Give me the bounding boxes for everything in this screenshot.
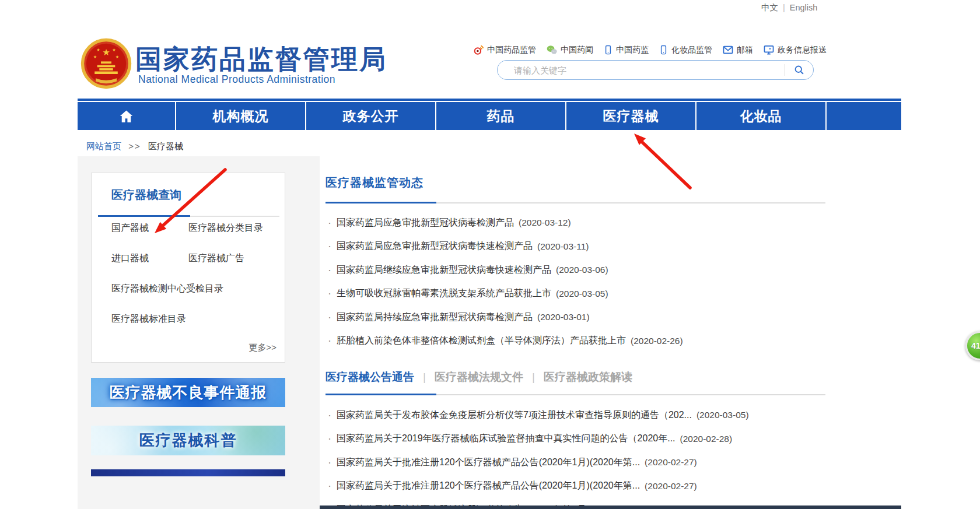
- quicklink-mailbox[interactable]: 邮箱: [722, 44, 753, 55]
- search-input[interactable]: [498, 65, 785, 75]
- notice-tabs: 医疗器械公告通告 | 医疗器械法规文件 | 医疗器械政策解读: [326, 370, 632, 385]
- bullet-icon: ·: [328, 335, 331, 347]
- tab-policy-interpretation[interactable]: 医疗器械政策解读: [544, 370, 632, 385]
- query-more-link[interactable]: 更多>>: [249, 342, 276, 353]
- home-icon: [118, 108, 134, 124]
- nav-item-gov-open[interactable]: 政务公开: [306, 102, 435, 130]
- link-device-standards-catalog[interactable]: 医疗器械标准目录: [111, 313, 186, 325]
- nav-filler: [827, 102, 901, 130]
- regulatory-news-list: · 国家药监局应急审批新型冠状病毒检测产品 (2020-03-12) · 国家药…: [326, 211, 839, 353]
- breadcrumb-home-link[interactable]: 网站首页: [86, 141, 121, 151]
- wechat-icon: [546, 44, 558, 55]
- news-link[interactable]: 国家药监局关于批准注册120个医疗器械产品公告(2020年1月)(2020年第.…: [337, 480, 640, 492]
- breadcrumb-current: 医疗器械: [148, 141, 183, 151]
- news-link[interactable]: 国家药监局继续应急审批新型冠状病毒快速检测产品: [337, 264, 551, 276]
- nav-top-stripe: [78, 99, 901, 101]
- svg-text:★: ★: [96, 47, 100, 52]
- news-link[interactable]: 国家药监局关于2019年医疗器械临床试验监督抽查中真实性问题的公告（2020年.…: [337, 433, 676, 445]
- svg-text:★: ★: [112, 47, 116, 52]
- news-date: (2020-03-11): [537, 241, 589, 252]
- lang-chinese-link[interactable]: 中文: [761, 3, 778, 12]
- quicklink-gov-info[interactable]: 政务信息报送: [763, 44, 827, 55]
- section-title-regulatory-news: 医疗器械监管动态: [326, 175, 424, 191]
- quicklink-weibo[interactable]: 中国药品监管: [473, 44, 536, 55]
- banner-device-science[interactable]: 医疗器械科普: [91, 426, 285, 455]
- news-link[interactable]: 国家药监局关于批准注册120个医疗器械产品公告(2020年1月)(2020年第.…: [337, 457, 640, 469]
- tab-regulations[interactable]: 医疗器械法规文件: [435, 370, 523, 385]
- national-emblem-logo: ★ ★ ★ ★ ★: [80, 37, 132, 90]
- site-subtitle: National Medical Products Administration: [138, 73, 335, 86]
- news-row: · 国家药监局关于2019年医疗器械临床试验监督抽查中真实性问题的公告（2020…: [326, 427, 839, 451]
- news-date: (2020-03-01): [537, 312, 590, 322]
- search-button[interactable]: [785, 61, 813, 79]
- news-link[interactable]: 国家药监局应急审批新型冠状病毒快速检测产品: [337, 240, 533, 252]
- svg-text:★: ★: [116, 54, 119, 59]
- search-icon: [793, 64, 805, 76]
- bullet-icon: ·: [328, 409, 331, 422]
- query-box-title: 医疗器械查询: [111, 187, 181, 203]
- breadcrumb: 网站首页 >> 医疗器械: [86, 141, 183, 152]
- news-row: · 生物可吸收冠脉雷帕霉素洗脱支架系统产品获批上市 (2020-03-05): [326, 282, 839, 306]
- banner-label: 医疗器械不良事件通报: [110, 382, 267, 403]
- news-row: · 胚胎植入前染色体非整倍体检测试剂盒（半导体测序法）产品获批上市 (2020-…: [326, 329, 839, 353]
- link-testing-center-catalog[interactable]: 医疗器械检测中心受检目录: [111, 283, 223, 295]
- notice-list: · 国家药监局关于发布胶体金免疫层析分析仪等7项注册技术审查指导原则的通告（20…: [326, 403, 839, 509]
- quicklink-nmpa-app[interactable]: 中国药监: [603, 44, 649, 55]
- link-device-ads[interactable]: 医疗器械广告: [188, 252, 244, 265]
- link-device-classification[interactable]: 医疗器械分类目录: [188, 222, 263, 234]
- query-row: 进口器械 医疗器械广告: [111, 252, 275, 265]
- bullet-icon: ·: [328, 264, 331, 276]
- news-date: (2020-03-05): [696, 410, 749, 420]
- floating-counter-badge[interactable]: 41: [965, 331, 980, 360]
- mail-icon: [722, 44, 734, 55]
- query-row: 医疗器械检测中心受检目录: [111, 283, 275, 295]
- query-row: 医疗器械标准目录: [111, 313, 275, 325]
- nav-home[interactable]: [78, 102, 175, 130]
- nav-item-drugs[interactable]: 药品: [436, 102, 565, 130]
- svg-text:★: ★: [102, 47, 110, 57]
- nav-item-agency[interactable]: 机构概况: [176, 102, 305, 130]
- bullet-icon: ·: [328, 433, 331, 445]
- breadcrumb-separator: >>: [128, 141, 141, 151]
- main-panel: 医疗器械监管动态 · 国家药监局应急审批新型冠状病毒检测产品 (2020-03-…: [320, 156, 901, 509]
- language-switch: 中文|English: [761, 2, 817, 13]
- link-imported-devices[interactable]: 进口器械: [111, 252, 188, 265]
- tab-divider: |: [423, 371, 426, 384]
- banner-label: 医疗器械科普: [139, 430, 237, 451]
- lang-divider: |: [783, 3, 785, 12]
- news-date: (2020-03-05): [556, 289, 608, 299]
- section-underline: [326, 394, 825, 395]
- monitor-icon: [763, 44, 775, 55]
- bullet-icon: ·: [328, 217, 331, 229]
- quicklink-wechat[interactable]: 中国药闻: [546, 44, 593, 55]
- quicklink-cosmetics-app[interactable]: 化妆品监管: [659, 44, 712, 55]
- news-link[interactable]: 国家药监局关于发布胶体金免疫层析分析仪等7项注册技术审查指导原则的通告（202.…: [337, 409, 692, 422]
- news-date: (2020-02-28): [680, 434, 733, 444]
- lang-english-link[interactable]: English: [790, 3, 818, 12]
- query-title-underline: [98, 215, 279, 217]
- news-link[interactable]: 国家药监局持续应急审批新型冠状病毒检测产品: [337, 311, 533, 324]
- tab-divider: |: [532, 371, 535, 384]
- quicklink-label: 政务信息报送: [778, 45, 827, 55]
- tab-notices-active[interactable]: 医疗器械公告通告: [326, 370, 414, 385]
- banner-partial[interactable]: [91, 469, 285, 476]
- nav-item-cosmetics[interactable]: 化妆品: [696, 102, 825, 130]
- search-box: [497, 60, 814, 80]
- news-link[interactable]: 国家药监局应急审批新型冠状病毒检测产品: [337, 217, 514, 229]
- link-domestic-devices[interactable]: 国产器械: [111, 222, 188, 234]
- news-link[interactable]: 生物可吸收冠脉雷帕霉素洗脱支架系统产品获批上市: [337, 287, 551, 300]
- main-navigation: 机构概况 政务公开 药品 医疗器械 化妆品: [78, 102, 901, 130]
- svg-text:★: ★: [93, 54, 97, 59]
- news-date: (2020-02-27): [645, 481, 697, 492]
- quicklink-label: 化妆品监管: [671, 45, 712, 55]
- news-row: · 国家药监局持续应急审批新型冠状病毒检测产品 (2020-03-01): [326, 306, 839, 329]
- banner-adverse-event-report[interactable]: 医疗器械不良事件通报: [91, 378, 285, 407]
- news-date: (2020-02-27): [645, 457, 697, 468]
- news-date: (2020-03-06): [556, 265, 608, 275]
- content-area: 医疗器械查询 国产器械 医疗器械分类目录 进口器械 医疗器械广告 医疗器械检测中…: [78, 156, 901, 509]
- news-link[interactable]: 胚胎植入前染色体非整倍体检测试剂盒（半导体测序法）产品获批上市: [337, 335, 626, 347]
- bullet-icon: ·: [328, 240, 331, 252]
- news-row: · 国家药监局关于批准注册120个医疗器械产品公告(2020年1月)(2020年…: [326, 451, 839, 475]
- bullet-icon: ·: [328, 311, 331, 324]
- nav-item-devices[interactable]: 医疗器械: [566, 102, 695, 130]
